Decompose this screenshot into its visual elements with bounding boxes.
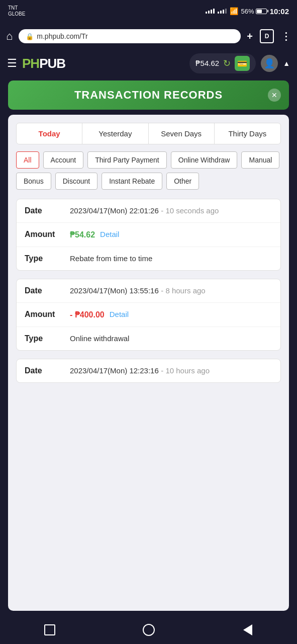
- battery-icon: [256, 9, 267, 14]
- amount-value: - ₱400.00: [70, 310, 105, 319]
- signal-bars-1: [206, 9, 215, 14]
- url-bar[interactable]: 🔒 m.phpub.com/Tr: [19, 29, 241, 43]
- chevron-up-icon: ▲: [283, 59, 290, 67]
- carrier2-label: GLOBE: [8, 11, 25, 17]
- date-main: 2023/04/17(Mon) 12:23:16: [70, 366, 159, 375]
- date-value: 2023/04/17(Mon) 12:23:16 - 10 hours ago: [70, 366, 210, 375]
- amount-label: Amount: [25, 310, 70, 319]
- square-icon: [44, 624, 55, 635]
- type-label: Type: [25, 334, 70, 343]
- tx-amount-row: Amount - ₱400.00 Detail: [17, 303, 280, 327]
- battery-fill: [257, 10, 262, 13]
- menu-icon[interactable]: ☰: [7, 57, 17, 70]
- cat-all[interactable]: All: [16, 151, 39, 169]
- recents-button[interactable]: [41, 621, 59, 639]
- signal-bar: [218, 12, 219, 14]
- title-banner: TRANSACTION RECORDS ✕: [8, 80, 289, 110]
- date-filter-today[interactable]: Today: [17, 123, 82, 144]
- amount-label: Amount: [25, 230, 70, 239]
- browser-bar: ⌂ 🔒 m.phpub.com/Tr + D ⋮: [0, 22, 297, 50]
- page-title: TRANSACTION RECORDS: [74, 89, 223, 102]
- date-ago: - 10 hours ago: [161, 366, 210, 375]
- cat-third-party[interactable]: Third Party Payment: [87, 151, 167, 169]
- date-ago: - 10 seconds ago: [161, 206, 219, 215]
- detail-link[interactable]: Detail: [110, 310, 129, 318]
- bottom-nav: [0, 616, 297, 644]
- tx-date-row: Date 2023/04/17(Mon) 12:23:16 - 10 hours…: [17, 359, 280, 382]
- tx-amount-row: Amount ₱54.62 Detail: [17, 223, 280, 247]
- browser-actions: + D ⋮: [247, 29, 291, 43]
- wifi-icon: 📶: [230, 7, 238, 15]
- date-label: Date: [25, 206, 70, 215]
- new-tab-button[interactable]: +: [247, 31, 253, 42]
- tab-count: D: [265, 33, 269, 40]
- status-bar: TNT GLOBE 📶 56% 10:02: [0, 0, 297, 22]
- detail-link[interactable]: Detail: [100, 230, 119, 238]
- url-text: m.phpub.com/Tr: [37, 32, 87, 40]
- status-indicators: 📶 56% 10:02: [206, 7, 289, 16]
- back-button[interactable]: [239, 621, 257, 639]
- signal-bar: [223, 10, 224, 14]
- signal-bar: [211, 10, 212, 14]
- lock-icon: 🔒: [26, 33, 34, 40]
- cat-bonus[interactable]: Bonus: [16, 173, 51, 190]
- date-filter-yesterday[interactable]: Yesterday: [82, 123, 148, 144]
- time-display: 10:02: [270, 7, 289, 16]
- carrier1-label: TNT: [8, 5, 25, 11]
- balance-pill[interactable]: ₱54.62 ↻ 💳: [189, 53, 256, 73]
- date-label: Date: [25, 286, 70, 295]
- date-filter-seven-days[interactable]: Seven Days: [149, 123, 215, 144]
- type-label: Type: [25, 254, 70, 263]
- date-main: 2023/04/17(Mon) 13:55:16: [70, 286, 159, 295]
- amount-value: ₱54.62: [70, 230, 95, 239]
- tx-date-row: Date 2023/04/17(Mon) 13:55:16 - 8 hours …: [17, 279, 280, 303]
- date-value: 2023/04/17(Mon) 13:55:16 - 8 hours ago: [70, 286, 206, 295]
- battery-container: 56%: [241, 8, 267, 15]
- signal-bar: [225, 9, 227, 14]
- home-button[interactable]: [140, 621, 158, 639]
- app-logo: PHPUB: [22, 56, 65, 71]
- more-options-button[interactable]: ⋮: [281, 30, 291, 42]
- app-header: ☰ PHPUB ₱54.62 ↻ 💳 👤 ▲: [0, 50, 297, 76]
- logo-pub: PUB: [39, 56, 65, 71]
- home-icon[interactable]: ⌂: [6, 30, 13, 43]
- signal-bars-2: [218, 9, 227, 14]
- refresh-icon[interactable]: ↻: [223, 58, 231, 69]
- cat-account[interactable]: Account: [43, 151, 84, 169]
- signal-bar: [213, 9, 215, 14]
- cat-instant-rebate[interactable]: Instant Rebate: [102, 173, 162, 190]
- transaction-card: Date 2023/04/17(Mon) 22:01:26 - 10 secon…: [16, 199, 281, 271]
- date-filter-thirty-days[interactable]: Thirty Days: [215, 123, 280, 144]
- carrier-info: TNT GLOBE: [8, 5, 25, 17]
- circle-icon: [143, 624, 155, 636]
- avatar[interactable]: 👤: [261, 55, 278, 72]
- logo-ph: PH: [22, 56, 39, 71]
- signal-bar: [208, 11, 210, 14]
- close-button[interactable]: ✕: [268, 89, 281, 102]
- back-icon: [243, 624, 252, 635]
- date-ago: - 8 hours ago: [161, 286, 205, 295]
- cat-manual[interactable]: Manual: [241, 151, 279, 169]
- signal-bar: [220, 11, 222, 14]
- date-main: 2023/04/17(Mon) 22:01:26: [70, 206, 159, 215]
- tx-type-row: Type Rebate from time to time: [17, 247, 280, 270]
- date-filter: Today Yesterday Seven Days Thirty Days: [16, 123, 281, 144]
- date-value: 2023/04/17(Mon) 22:01:26 - 10 seconds ag…: [70, 206, 219, 215]
- cat-online-withdraw[interactable]: Online Withdraw: [171, 151, 238, 169]
- tx-date-row: Date 2023/04/17(Mon) 22:01:26 - 10 secon…: [17, 199, 280, 223]
- tx-type-row: Type Online withdrawal: [17, 327, 280, 350]
- main-content: Today Yesterday Seven Days Thirty Days A…: [8, 115, 289, 611]
- type-value: Online withdrawal: [70, 334, 272, 343]
- category-filter: All Account Third Party Payment Online W…: [16, 151, 281, 190]
- type-value: Rebate from time to time: [70, 254, 272, 263]
- cat-other[interactable]: Other: [166, 173, 199, 190]
- date-label: Date: [25, 366, 70, 375]
- signal-bar: [206, 12, 207, 14]
- wallet-icon: 💳: [235, 56, 250, 71]
- transaction-card: Date 2023/04/17(Mon) 13:55:16 - 8 hours …: [16, 279, 281, 351]
- battery-percent: 56%: [241, 8, 254, 15]
- balance-amount: ₱54.62: [195, 59, 220, 68]
- tab-switcher-button[interactable]: D: [260, 29, 274, 43]
- transaction-card: Date 2023/04/17(Mon) 12:23:16 - 10 hours…: [16, 359, 281, 383]
- cat-discount[interactable]: Discount: [55, 173, 97, 190]
